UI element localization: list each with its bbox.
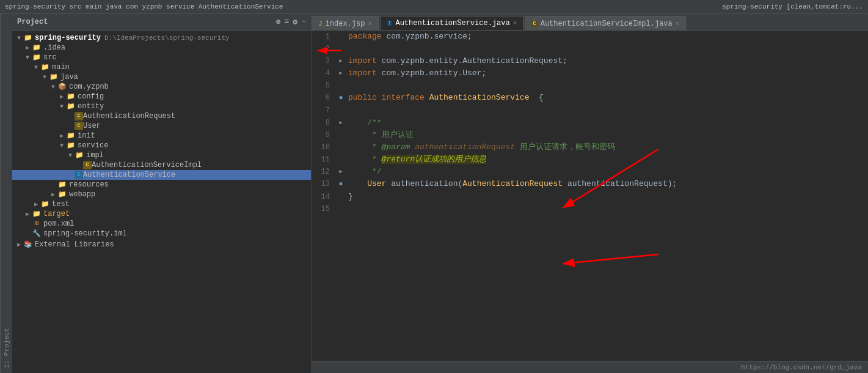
- code-line-9: 9 * 用户认证: [312, 129, 868, 141]
- tab-authentication-service-impl[interactable]: C AuthenticationServiceImpl.java ×: [525, 16, 686, 31]
- project-tab[interactable]: 1: Project: [0, 13, 12, 373]
- code-token: import: [348, 56, 382, 65]
- tree-item-entity[interactable]: 📁entity: [12, 102, 311, 111]
- tab-index-jsp[interactable]: J index.jsp ×: [312, 16, 379, 31]
- line-number-12: 12: [312, 166, 336, 178]
- sidebar-content: 📁spring-securityD:\IdeaProjects\spring-s…: [12, 31, 311, 373]
- line-gutter-12: ▶: [336, 166, 346, 178]
- tree-label-test: test: [52, 200, 70, 209]
- code-token: com.yzpnb.service: [386, 32, 467, 41]
- folder-src-icon: 📁: [49, 73, 59, 81]
- line-number-6: 6: [312, 92, 336, 104]
- tree-item-com.yzpnb[interactable]: 📦com.yzpnb: [12, 82, 311, 92]
- tree-label-entity: entity: [78, 102, 104, 111]
- code-token: [348, 179, 367, 188]
- tab-close-authentication-service-impl[interactable]: ×: [676, 20, 680, 28]
- code-line-1: 1package com.yzpnb.service;: [312, 31, 868, 43]
- tree-item-target[interactable]: 📁target: [12, 209, 311, 219]
- line-number-10: 10: [312, 141, 336, 153]
- line-gutter-6: ●: [336, 92, 346, 105]
- tree-item-test[interactable]: 📁test: [12, 199, 311, 209]
- tree-item-java[interactable]: 📁java: [12, 72, 311, 82]
- external-libraries-item[interactable]: 📚 External Libraries: [12, 240, 311, 249]
- arrow-collapsed: [57, 93, 66, 100]
- folder-icon: 📁: [57, 180, 67, 189]
- tree-label-AuthenticationRequest: AuthenticationRequest: [83, 112, 175, 120]
- tree-item-idea[interactable]: 📁.idea: [12, 43, 311, 53]
- tree-item-spring-security.iml[interactable]: 🔧spring-security.iml: [12, 229, 311, 238]
- tree-item-service[interactable]: 📁service: [12, 141, 311, 150]
- arrow-expanded: [32, 64, 40, 71]
- line-number-2: 2: [312, 43, 336, 55]
- tab-icon-interface: I: [387, 20, 392, 26]
- tree-item-AuthenticationServiceImpl[interactable]: CAuthenticationServiceImpl: [12, 160, 311, 170]
- code-line-13: 13● User authentication(AuthenticationRe…: [312, 178, 868, 191]
- class-icon: C: [75, 122, 83, 130]
- main-layout: 1: Project Project ⊕ ≡ ⚙ − 📁spring-secur…: [0, 13, 868, 373]
- arrow-expanded: [40, 74, 49, 81]
- tree-item-AuthenticationRequest[interactable]: CAuthenticationRequest: [12, 111, 311, 121]
- locate-icon[interactable]: ⊕: [276, 17, 281, 27]
- tree-label-webapp: webapp: [69, 190, 95, 199]
- tab-close-authentication-service[interactable]: ×: [513, 20, 517, 27]
- arrow-collapsed: [23, 210, 32, 218]
- arrow-collapsed: [57, 132, 66, 139]
- tree-item-main[interactable]: 📁main: [12, 62, 311, 72]
- tab-close-index-jsp[interactable]: ×: [368, 20, 372, 28]
- tree-item-init[interactable]: 📁init: [12, 131, 311, 141]
- code-token: ;: [481, 68, 486, 78]
- code-token: authentication(: [386, 179, 462, 188]
- folder-icon: 📁: [57, 190, 67, 199]
- line-content-6: public interface AuthenticationService {: [346, 92, 868, 104]
- code-token: {: [529, 93, 543, 102]
- code-line-3: 3▶import com.yzpnb.entity.Authentication…: [312, 55, 868, 67]
- line-number-13: 13: [312, 178, 336, 190]
- minimize-icon[interactable]: −: [301, 17, 306, 26]
- arrow-expanded: [15, 35, 23, 42]
- code-token: ;: [467, 32, 472, 41]
- code-editor[interactable]: 1package com.yzpnb.service;23▶import com…: [312, 31, 868, 361]
- tree-item-spring-security[interactable]: 📁spring-securityD:\IdeaProjects\spring-s…: [12, 33, 311, 43]
- line-number-11: 11: [312, 153, 336, 166]
- code-token: *: [348, 142, 382, 152]
- tree-item-AuthenticationService[interactable]: IAuthenticationService: [12, 170, 311, 180]
- arrow-expanded: [49, 84, 57, 90]
- tab-authentication-service[interactable]: I AuthenticationService.java ×: [380, 16, 523, 31]
- arrow-expanded: [23, 54, 32, 61]
- line-content-13: User authentication(AuthenticationReques…: [346, 178, 868, 190]
- top-bar-right: spring-security [clean,tomcat:ru...: [722, 3, 863, 10]
- external-libraries-icon: 📚: [23, 240, 33, 249]
- interface-icon: I: [75, 171, 83, 179]
- line-content-8: /**: [346, 117, 868, 129]
- line-number-9: 9: [312, 129, 336, 141]
- tree-item-resources[interactable]: 📁resources: [12, 180, 311, 190]
- bottom-bar: https://blog.csdn.net/grd_java: [312, 361, 868, 373]
- code-token: authenticationRequest);: [563, 179, 677, 188]
- tree-label-main: main: [52, 63, 70, 72]
- line-content-10: * @param authenticationRequest 用户认证请求，账号…: [346, 141, 868, 153]
- line-content-1: package com.yzpnb.service;: [346, 31, 868, 43]
- tree-item-config[interactable]: 📁config: [12, 92, 311, 102]
- code-token: *: [348, 130, 382, 139]
- class-icon: C: [75, 112, 83, 120]
- external-libraries-arrow: [15, 241, 23, 248]
- tree-extra: D:\IdeaProjects\spring-security: [104, 34, 230, 42]
- collapse-icon[interactable]: ≡: [285, 17, 290, 26]
- tree-item-User[interactable]: CUser: [12, 121, 311, 131]
- line-number-5: 5: [312, 79, 336, 92]
- code-line-12: 12▶ */: [312, 166, 868, 178]
- code-line-8: 8▶ /**: [312, 117, 868, 129]
- folder-icon: 📁: [66, 92, 76, 101]
- code-line-10: 10 * @param authenticationRequest 用户认证请求…: [312, 141, 868, 153]
- folder-icon: 📁: [32, 53, 42, 62]
- code-token: import: [348, 68, 382, 78]
- code-token: ;: [563, 56, 567, 65]
- code-line-5: 5: [312, 79, 868, 92]
- tree-item-webapp[interactable]: 📁webapp: [12, 190, 311, 199]
- line-content-3: import com.yzpnb.entity.AuthenticationRe…: [346, 55, 868, 67]
- tree-item-src[interactable]: 📁src: [12, 53, 311, 62]
- tree-item-impl[interactable]: 📁impl: [12, 150, 311, 160]
- line-content-12: */: [346, 166, 868, 178]
- tree-item-pom.xml[interactable]: mpom.xml: [12, 219, 311, 229]
- settings-icon[interactable]: ⚙: [293, 17, 297, 27]
